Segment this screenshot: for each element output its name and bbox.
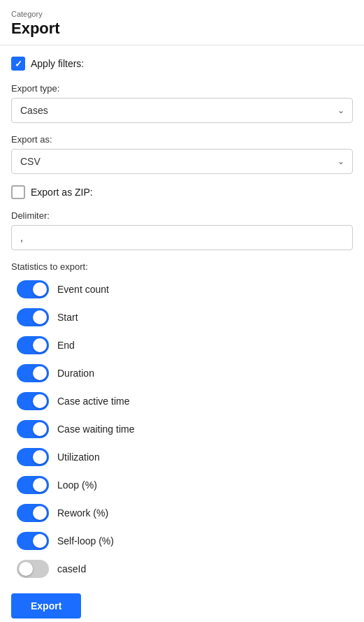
toggle-label-rework: Rework (%) xyxy=(57,507,108,519)
toggle-row-case-id: caseId xyxy=(11,560,353,578)
export-as-label: Export as: xyxy=(11,134,353,145)
export-as-zip-row: Export as ZIP: xyxy=(11,185,353,199)
toggle-label-utilization: Utilization xyxy=(57,451,100,463)
header: Category Export xyxy=(0,0,364,45)
toggle-label-case-waiting-time: Case waiting time xyxy=(57,424,135,435)
toggle-thumb-end xyxy=(33,338,47,352)
toggle-row-loop: Loop (%) xyxy=(11,476,353,494)
toggle-label-self-loop: Self-loop (%) xyxy=(57,535,114,547)
toggle-label-end: End xyxy=(57,340,75,351)
delimiter-group: Delimiter: xyxy=(11,210,353,250)
toggle-thumb-case-id xyxy=(19,562,33,576)
toggle-thumb-utilization xyxy=(33,450,47,464)
toggle-row-case-waiting-time: Case waiting time xyxy=(11,420,353,438)
content-area: ✓ Apply filters: Export type: Cases Even… xyxy=(0,45,364,622)
toggle-thumb-event-count xyxy=(33,282,47,296)
toggle-rework[interactable] xyxy=(17,504,49,522)
toggle-start[interactable] xyxy=(17,308,49,326)
toggle-thumb-rework xyxy=(33,506,47,520)
export-type-wrapper: Cases Events Resources ⌄ xyxy=(11,98,353,123)
toggle-row-self-loop: Self-loop (%) xyxy=(11,532,353,550)
export-as-zip-label: Export as ZIP: xyxy=(31,187,93,198)
delimiter-input[interactable] xyxy=(11,225,353,250)
toggle-case-id[interactable] xyxy=(17,560,49,578)
toggle-thumb-case-waiting-time xyxy=(33,422,47,436)
toggle-case-active-time[interactable] xyxy=(17,392,49,410)
toggle-row-rework: Rework (%) xyxy=(11,504,353,522)
toggle-thumb-duration xyxy=(33,366,47,380)
delimiter-label: Delimiter: xyxy=(11,210,353,221)
toggle-event-count[interactable] xyxy=(17,280,49,298)
toggle-label-case-id: caseId xyxy=(57,563,86,574)
export-type-group: Export type: Cases Events Resources ⌄ xyxy=(11,83,353,123)
toggle-thumb-loop xyxy=(33,478,47,492)
export-as-zip-checkbox[interactable] xyxy=(11,185,25,199)
export-button[interactable]: Export xyxy=(11,593,81,619)
toggle-loop[interactable] xyxy=(17,476,49,494)
toggle-thumb-start xyxy=(33,310,47,324)
category-label: Category xyxy=(11,10,353,18)
apply-filters-row: ✓ Apply filters: xyxy=(11,57,353,71)
toggle-row-utilization: Utilization xyxy=(11,448,353,466)
toggle-label-start: Start xyxy=(57,312,78,323)
statistics-label: Statistics to export: xyxy=(11,261,353,272)
export-type-select[interactable]: Cases Events Resources xyxy=(11,98,353,123)
toggle-duration[interactable] xyxy=(17,364,49,382)
toggle-utilization[interactable] xyxy=(17,448,49,466)
checkmark-icon: ✓ xyxy=(15,59,22,69)
export-as-group: Export as: CSV Excel JSON ⌄ xyxy=(11,134,353,174)
toggle-thumb-case-active-time xyxy=(33,394,47,408)
apply-filters-label: Apply filters: xyxy=(31,58,84,69)
toggle-label-event-count: Event count xyxy=(57,284,109,295)
export-type-label: Export type: xyxy=(11,83,353,94)
toggle-label-case-active-time: Case active time xyxy=(57,396,129,407)
toggle-label-duration: Duration xyxy=(57,368,94,379)
toggle-thumb-self-loop xyxy=(33,534,47,548)
toggle-row-duration: Duration xyxy=(11,364,353,382)
export-as-select[interactable]: CSV Excel JSON xyxy=(11,149,353,174)
apply-filters-checkbox[interactable]: ✓ xyxy=(11,57,25,71)
toggle-row-event-count: Event count xyxy=(11,280,353,298)
toggle-row-start: Start xyxy=(11,308,353,326)
toggle-row-case-active-time: Case active time xyxy=(11,392,353,410)
toggle-label-loop: Loop (%) xyxy=(57,479,97,491)
toggle-self-loop[interactable] xyxy=(17,532,49,550)
export-as-wrapper: CSV Excel JSON ⌄ xyxy=(11,149,353,174)
page-title: Export xyxy=(11,20,353,38)
statistics-section: Statistics to export: Event count Start … xyxy=(11,261,353,578)
toggle-case-waiting-time[interactable] xyxy=(17,420,49,438)
toggle-end[interactable] xyxy=(17,336,49,354)
toggle-row-end: End xyxy=(11,336,353,354)
